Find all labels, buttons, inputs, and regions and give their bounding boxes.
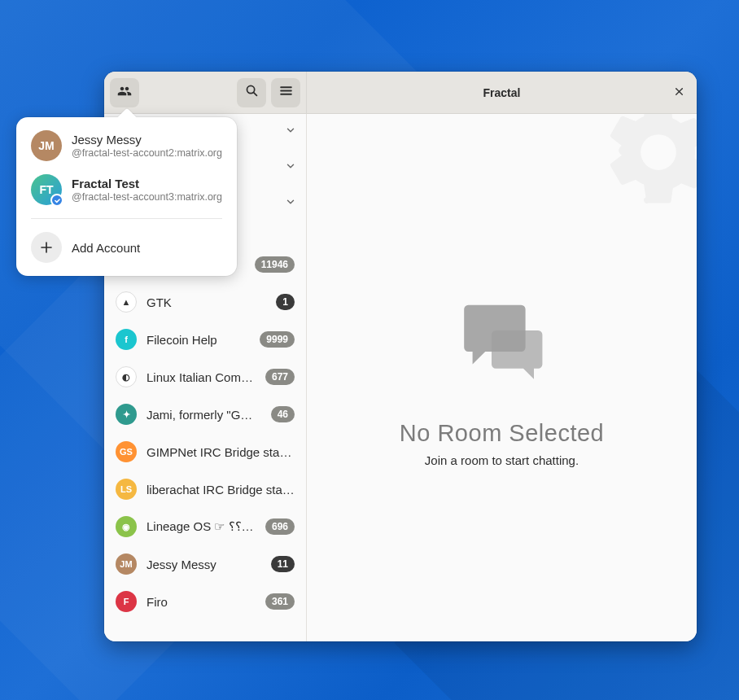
placeholder-title: No Room Selected xyxy=(400,420,604,447)
placeholder-subtitle: Join a room to start chatting. xyxy=(425,453,579,467)
headerbar-left xyxy=(104,72,307,113)
room-name: Jami, formerly "GN… xyxy=(146,408,261,422)
room-item[interactable]: ◐Linux Italian Comm…677 xyxy=(104,358,306,396)
unread-badge: 9999 xyxy=(260,331,295,348)
svg-point-0 xyxy=(247,85,254,93)
room-avatar: ▲ xyxy=(116,291,137,313)
gear-icon xyxy=(597,114,697,213)
unread-badge: 11946 xyxy=(255,256,295,273)
divider xyxy=(31,218,222,219)
account-avatar: JM xyxy=(31,130,62,161)
room-avatar: LS xyxy=(116,479,137,500)
unread-badge: 696 xyxy=(265,518,295,535)
room-name: Firo xyxy=(146,595,256,609)
room-name: GIMPNet IRC Bridge status xyxy=(146,445,295,459)
search-icon xyxy=(245,84,259,101)
room-name: Jessy Messy xyxy=(146,558,261,571)
room-avatar: ◐ xyxy=(116,366,137,387)
chevron-down-icon xyxy=(285,196,296,211)
room-item[interactable]: ◉Lineage OS ☞ ؟؟U…696 xyxy=(104,508,306,545)
room-list: 11946▲GTK1fFilecoin Help9999◐Linux Itali… xyxy=(104,221,306,641)
verified-badge-icon xyxy=(50,194,63,207)
menu-button[interactable] xyxy=(271,78,300,107)
unread-badge: 361 xyxy=(265,593,295,610)
account-name: Fractal Test xyxy=(72,177,222,191)
account-name: Jessy Messy xyxy=(72,133,222,147)
accounts-popover: JMJessy Messy@fractal-test-account2:matr… xyxy=(16,117,237,276)
account-id: @fractal-test-account2:matrix.org xyxy=(72,147,222,159)
plus-icon xyxy=(31,232,62,263)
window-title: Fractal xyxy=(483,86,521,99)
accounts-button[interactable] xyxy=(110,78,139,107)
room-avatar: F xyxy=(116,591,137,612)
room-avatar: ✦ xyxy=(116,404,137,425)
add-account-label: Add Account xyxy=(72,241,140,255)
room-name: GTK xyxy=(146,295,266,309)
close-icon xyxy=(674,85,684,100)
account-id: @fractal-test-account3:matrix.org xyxy=(72,191,222,203)
close-button[interactable] xyxy=(667,81,690,104)
room-name: liberachat IRC Bridge status xyxy=(146,483,295,497)
room-item[interactable]: JMJessy Messy11 xyxy=(104,545,306,583)
room-avatar: JM xyxy=(116,553,137,575)
room-name: Lineage OS ☞ ؟؟U… xyxy=(146,519,256,534)
room-name: Filecoin Help xyxy=(146,333,250,347)
unread-badge: 1 xyxy=(276,294,295,310)
room-avatar: GS xyxy=(116,441,137,462)
room-item[interactable]: ✦Jami, formerly "GN…46 xyxy=(104,396,306,433)
unread-badge: 46 xyxy=(271,406,295,422)
room-name: Linux Italian Comm… xyxy=(146,370,256,384)
account-avatar: FT xyxy=(31,174,62,205)
people-icon xyxy=(117,84,132,102)
headerbar: Fractal xyxy=(104,72,697,114)
headerbar-right: Fractal xyxy=(307,72,697,113)
room-item[interactable]: FFiro361 xyxy=(104,583,306,620)
room-avatar: f xyxy=(116,329,137,350)
room-item[interactable]: ▲GTK1 xyxy=(104,283,306,321)
svg-line-1 xyxy=(253,93,256,96)
account-row[interactable]: FTFractal Test@fractal-test-account3:mat… xyxy=(16,168,237,212)
room-item[interactable]: fFilecoin Help9999 xyxy=(104,321,306,358)
main-content: No Room Selected Join a room to start ch… xyxy=(307,114,697,641)
unread-badge: 11 xyxy=(271,556,295,572)
chevron-down-icon xyxy=(285,160,296,175)
hamburger-icon xyxy=(279,84,293,101)
chat-bubbles-icon xyxy=(449,288,555,397)
room-item[interactable]: GSGIMPNet IRC Bridge status xyxy=(104,433,306,470)
add-account-button[interactable]: Add Account xyxy=(16,225,237,269)
chevron-down-icon xyxy=(285,125,296,139)
search-button[interactable] xyxy=(237,78,266,107)
unread-badge: 677 xyxy=(265,369,295,385)
account-info: Jessy Messy@fractal-test-account2:matrix… xyxy=(72,133,222,159)
room-avatar: ◉ xyxy=(116,516,137,537)
room-item[interactable]: LSliberachat IRC Bridge status xyxy=(104,470,306,508)
account-row[interactable]: JMJessy Messy@fractal-test-account2:matr… xyxy=(16,124,237,168)
account-info: Fractal Test@fractal-test-account3:matri… xyxy=(72,177,222,203)
